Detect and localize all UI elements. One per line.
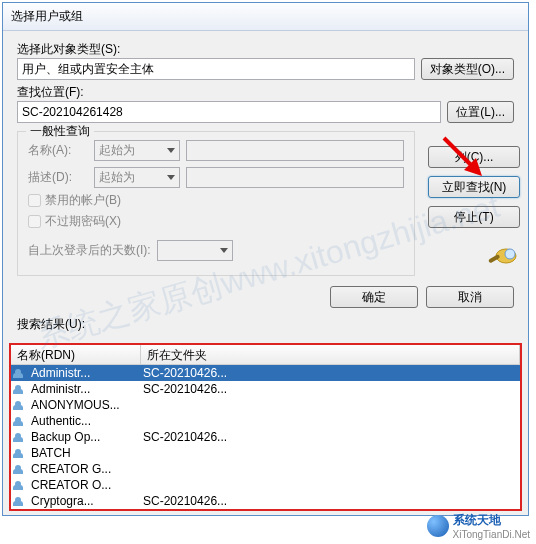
user-group-icon	[13, 430, 29, 444]
cell-name: BATCH	[31, 446, 143, 460]
user-group-icon	[13, 494, 29, 508]
cell-folder: SC-20210426...	[143, 430, 518, 444]
user-group-icon	[13, 446, 29, 460]
object-types-button[interactable]: 对象类型(O)...	[421, 58, 514, 80]
location-label: 查找位置(F):	[17, 84, 514, 101]
object-type-field[interactable]: 用户、组或内置安全主体	[17, 58, 415, 80]
object-type-value: 用户、组或内置安全主体	[22, 61, 154, 78]
cell-name: Authentic...	[31, 414, 143, 428]
table-row[interactable]: Administr...SC-20210426...	[11, 381, 520, 397]
col-name[interactable]: 名称(RDN)	[11, 345, 141, 364]
desc-op-select[interactable]: 起始为	[94, 167, 180, 188]
user-group-icon	[13, 462, 29, 476]
desc-label: 描述(D):	[28, 169, 88, 186]
table-row[interactable]: BATCH	[11, 445, 520, 461]
title-bar[interactable]: 选择用户或组	[3, 3, 528, 31]
brand-url: XiTongTianDi.Net	[453, 529, 530, 540]
right-button-column: 列(C)... 立即查找(N) 停止(T)	[428, 146, 520, 270]
days-select[interactable]	[157, 240, 233, 261]
table-row[interactable]: Backup Op...SC-20210426...	[11, 429, 520, 445]
table-row[interactable]: ANONYMOUS...	[11, 397, 520, 413]
name-label: 名称(A):	[28, 142, 88, 159]
table-row[interactable]: Cryptogra...SC-20210426...	[11, 493, 520, 509]
table-row[interactable]: CREATOR G...	[11, 461, 520, 477]
cell-folder: SC-20210426...	[143, 366, 518, 380]
columns-button[interactable]: 列(C)...	[428, 146, 520, 168]
listview-header[interactable]: 名称(RDN) 所在文件夹	[11, 345, 520, 365]
col-folder[interactable]: 所在文件夹	[141, 345, 520, 364]
name-op-select[interactable]: 起始为	[94, 140, 180, 161]
stop-button[interactable]: 停止(T)	[428, 206, 520, 228]
cancel-button[interactable]: 取消	[426, 286, 514, 308]
table-row[interactable]: Administr...SC-20210426...	[11, 365, 520, 381]
days-label: 自上次登录后的天数(I):	[28, 242, 151, 259]
no-expire-check[interactable]: 不过期密码(X)	[28, 213, 404, 230]
dialog-content: 选择此对象类型(S): 用户、组或内置安全主体 对象类型(O)... 查找位置(…	[3, 31, 528, 341]
ok-button[interactable]: 确定	[330, 286, 418, 308]
cell-name: Administr...	[31, 382, 143, 396]
results-label: 搜索结果(U):	[17, 316, 514, 333]
listview-body[interactable]: Administr...SC-20210426...Administr...SC…	[11, 365, 520, 509]
location-field[interactable]: SC-202104261428	[17, 101, 441, 123]
object-type-label: 选择此对象类型(S):	[17, 41, 514, 58]
results-listview[interactable]: 名称(RDN) 所在文件夹 Administr...SC-20210426...…	[9, 343, 522, 511]
no-expire-checkbox[interactable]	[28, 215, 41, 228]
desc-input[interactable]	[186, 167, 404, 188]
dialog-window: 选择用户或组 选择此对象类型(S): 用户、组或内置安全主体 对象类型(O)..…	[2, 2, 529, 516]
cell-name: CREATOR G...	[31, 462, 143, 476]
disabled-accounts-checkbox[interactable]	[28, 194, 41, 207]
svg-point-2	[505, 249, 515, 259]
locations-button[interactable]: 位置(L)...	[447, 101, 514, 123]
find-now-button[interactable]: 立即查找(N)	[428, 176, 520, 198]
cell-name: CREATOR O...	[31, 478, 143, 492]
brand-name: 系统天地	[453, 512, 530, 529]
cell-name: Administr...	[31, 366, 143, 380]
dialog-buttons: 确定 取消	[17, 286, 514, 308]
cell-name: ANONYMOUS...	[31, 398, 143, 412]
common-queries-group: 一般性查询 名称(A): 起始为 描述(D): 起始为 禁用的帐户(B) 不过期…	[17, 131, 415, 276]
find-icon	[484, 242, 520, 270]
brand-icon	[427, 515, 449, 537]
table-row[interactable]: CREATOR O...	[11, 477, 520, 493]
cell-folder: SC-20210426...	[143, 382, 518, 396]
cell-folder: SC-20210426...	[143, 494, 518, 508]
location-value: SC-202104261428	[22, 105, 123, 119]
window-title: 选择用户或组	[11, 8, 83, 25]
table-row[interactable]: Authentic...	[11, 413, 520, 429]
brand-badge: 系统天地 XiTongTianDi.Net	[427, 512, 530, 540]
cell-name: Cryptogra...	[31, 494, 143, 508]
cell-name: Backup Op...	[31, 430, 143, 444]
group-legend: 一般性查询	[26, 123, 94, 140]
user-group-icon	[13, 414, 29, 428]
user-group-icon	[13, 478, 29, 492]
disabled-accounts-check[interactable]: 禁用的帐户(B)	[28, 192, 404, 209]
name-input[interactable]	[186, 140, 404, 161]
user-group-icon	[13, 382, 29, 396]
user-group-icon	[13, 398, 29, 412]
user-group-icon	[13, 366, 29, 380]
